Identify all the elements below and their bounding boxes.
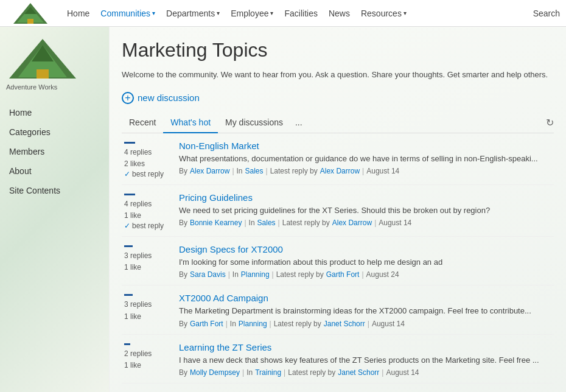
tabs-row: Recent What's hot My discussions ... ↻ — [122, 113, 554, 133]
disc-author[interactable]: Molly Dempsey — [190, 368, 240, 377]
disc-author-label: By — [179, 219, 187, 227]
sidebar-nav: Home Categories Members About Site Conte… — [0, 103, 109, 200]
disc-title[interactable]: Design Specs for XT2000 — [179, 244, 551, 254]
disc-category[interactable]: Training — [255, 368, 281, 377]
disc-meta: By Molly Dempsey | In Training | Latest … — [179, 368, 551, 377]
disc-in-label: In — [230, 320, 236, 328]
sidebar-item-members[interactable]: Members — [0, 142, 109, 161]
main-layout: Adventure Works Home Categories Members … — [0, 27, 566, 392]
discussion-list: 4 replies 2 likes ✓ best reply Non-Engli… — [122, 133, 554, 393]
best-reply-badge: ✓ best reply — [124, 222, 172, 230]
disc-in-label: In — [246, 368, 253, 377]
activity-bar — [124, 142, 135, 144]
disc-latest-label: Latest reply by — [274, 320, 321, 328]
tab-more-button[interactable]: ... — [290, 113, 307, 132]
disc-author-label: By — [179, 368, 187, 377]
disc-latest-label: Latest reply by — [282, 219, 330, 227]
new-discussion-label: new discussion — [138, 93, 200, 103]
nav-news[interactable]: News — [329, 9, 350, 18]
disc-latest-person[interactable]: Janet Schorr — [324, 320, 365, 328]
disc-meta: By Bonnie Kearney | In Sales | Latest re… — [179, 219, 551, 227]
disc-author[interactable]: Bonnie Kearney — [190, 219, 242, 227]
like-count: 2 likes — [124, 158, 172, 170]
welcome-text: Welcome to the community. We want to hea… — [122, 69, 554, 81]
disc-latest-person[interactable]: Alex Darrow — [332, 219, 372, 227]
nav-resources[interactable]: Resources — [361, 9, 407, 18]
activity-bar — [124, 294, 133, 296]
disc-title[interactable]: XT2000 Ad Campaign — [179, 293, 551, 303]
disc-in-label: In — [249, 219, 255, 227]
svg-rect-3 — [27, 19, 33, 24]
sidebar-item-categories[interactable]: Categories — [0, 122, 109, 142]
disc-category[interactable]: Planning — [239, 320, 267, 328]
new-discussion-button[interactable]: + new discussion — [122, 92, 200, 104]
content-inner: Marketing Topics Welcome to the communit… — [110, 27, 566, 392]
tab-whats-hot[interactable]: What's hot — [163, 113, 218, 133]
activity-bar — [124, 245, 133, 247]
disc-title[interactable]: Non-English Market — [179, 141, 551, 151]
disc-stats: 2 replies 1 like — [124, 342, 179, 371]
disc-stats: 3 replies 1 like — [124, 244, 179, 273]
nav-communities[interactable]: Communities — [100, 9, 155, 18]
tab-recent[interactable]: Recent — [122, 113, 163, 132]
sidebar-item-site-contents[interactable]: Site Contents — [0, 181, 109, 200]
disc-in-label: In — [232, 270, 239, 279]
disc-body: Pricing Guidelines We need to set pricin… — [179, 192, 551, 227]
discussion-item: 4 replies 1 like ✓ best reply Pricing Gu… — [122, 185, 554, 237]
sidebar: Adventure Works Home Categories Members … — [0, 27, 110, 392]
company-name: Adventure Works — [6, 83, 57, 91]
disc-author[interactable]: Alex Darrow — [190, 167, 229, 175]
sidebar-logo-icon — [6, 36, 79, 82]
disc-date: August 14 — [379, 219, 411, 227]
page-title: Marketing Topics — [122, 39, 554, 61]
disc-meta: By Alex Darrow | In Sales | Latest reply… — [179, 167, 551, 175]
nav-employee[interactable]: Employee — [231, 9, 273, 18]
reply-count: 2 replies — [124, 348, 172, 360]
reply-count: 4 replies — [124, 147, 172, 158]
sidebar-content: Adventure Works Home Categories Members … — [0, 27, 109, 200]
disc-date: August 24 — [366, 270, 399, 279]
disc-author-label: By — [179, 167, 187, 175]
disc-excerpt: What presentations, documentation or gui… — [179, 153, 551, 164]
disc-category[interactable]: Planning — [241, 270, 270, 279]
disc-body: XT2000 Ad Campaign The Marketing Departm… — [179, 293, 551, 327]
disc-author[interactable]: Garth Fort — [190, 320, 223, 328]
disc-title[interactable]: Learning the ZT Series — [179, 342, 551, 352]
disc-stats: 4 replies 1 like ✓ best reply — [124, 192, 179, 230]
nav-home[interactable]: Home — [67, 9, 89, 18]
top-nav: Adventure Works Home Communities Departm… — [0, 0, 566, 27]
nav-departments[interactable]: Departments — [166, 9, 220, 18]
tab-my-discussions[interactable]: My discussions — [218, 113, 290, 132]
disc-excerpt: We need to set pricing guidelines for th… — [179, 205, 551, 216]
disc-in-label: In — [237, 167, 243, 175]
sidebar-item-about[interactable]: About — [0, 161, 109, 181]
disc-author-label: By — [179, 320, 187, 328]
disc-latest-person[interactable]: Alex Darrow — [320, 167, 360, 175]
disc-body: Learning the ZT Series I have a new deck… — [179, 342, 551, 377]
disc-latest-person[interactable]: Garth Fort — [326, 270, 360, 279]
disc-author[interactable]: Sara Davis — [190, 270, 226, 279]
activity-bar — [124, 194, 135, 195]
disc-meta: By Garth Fort | In Planning | Latest rep… — [179, 320, 551, 328]
search-link[interactable]: Search — [533, 9, 560, 18]
disc-body: Design Specs for XT2000 I'm looking for … — [179, 244, 551, 279]
best-reply-badge: ✓ best reply — [124, 170, 172, 178]
refresh-icon[interactable]: ↻ — [546, 117, 554, 128]
discussion-item: 3 replies 1 like Design Specs for XT2000… — [122, 237, 554, 285]
content-area: Marketing Topics Welcome to the communit… — [110, 27, 566, 392]
disc-category[interactable]: Sales — [245, 167, 264, 175]
sidebar-item-home[interactable]: Home — [0, 103, 109, 122]
disc-stats: 3 replies 1 like — [124, 293, 179, 322]
nav-facilities[interactable]: Facilities — [284, 9, 317, 18]
disc-latest-person[interactable]: Janet Schorr — [338, 368, 379, 377]
disc-latest-label: Latest reply by — [288, 368, 335, 377]
reply-count: 3 replies — [124, 250, 172, 262]
logo-area: Adventure Works — [6, 2, 55, 25]
disc-category[interactable]: Sales — [257, 219, 276, 227]
disc-stats: 4 replies 2 likes ✓ best reply — [124, 141, 179, 178]
like-count: 1 like — [124, 311, 172, 323]
disc-excerpt: I have a new deck that shows key feature… — [179, 355, 551, 366]
reply-count: 3 replies — [124, 299, 172, 310]
disc-date: August 14 — [386, 368, 419, 377]
disc-title[interactable]: Pricing Guidelines — [179, 192, 551, 203]
